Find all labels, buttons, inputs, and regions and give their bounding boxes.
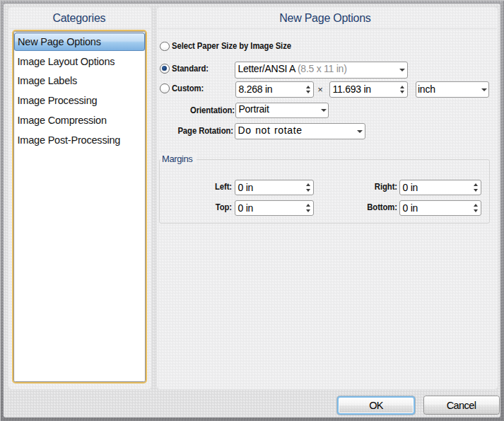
margins-group-label: Margins	[160, 154, 197, 164]
chevron-down-icon	[481, 88, 487, 91]
options-panel: New Page Options Select Paper Size by Im…	[156, 6, 498, 390]
custom-width-spinner[interactable]: 8.268 in	[235, 81, 314, 98]
page-rotation-value: Do not rotate	[238, 125, 303, 136]
categories-header: Categories	[8, 12, 150, 25]
spinner-arrows-icon[interactable]	[474, 204, 479, 212]
margin-bottom-value: 0 in	[403, 202, 418, 214]
categories-listbox: New Page Options Image Layout Options Im…	[12, 30, 147, 383]
dialog-window: Categories New Page Options Image Layout…	[0, 0, 504, 421]
radio-label-custom[interactable]: Custom:	[172, 81, 204, 96]
orientation-label: Orientation:	[167, 102, 235, 117]
sidebar-item-image-post-processing[interactable]: Image Post-Processing	[14, 131, 145, 151]
margin-left-spinner[interactable]: 0 in	[235, 180, 314, 195]
standard-size-detail: (8.5 x 11 in)	[298, 63, 347, 74]
margin-right-value: 0 in	[403, 182, 418, 193]
dialog-content: Categories New Page Options Image Layout…	[4, 4, 500, 417]
sidebar-item-new-page-options[interactable]: New Page Options	[14, 33, 145, 51]
margin-top-value: 0 in	[238, 202, 254, 214]
radio-label-standard[interactable]: Standard:	[172, 60, 209, 76]
cancel-button[interactable]: Cancel	[423, 396, 500, 415]
custom-unit-value: inch	[418, 83, 435, 95]
orientation-combobox[interactable]: Portrait	[235, 103, 329, 118]
chevron-down-icon	[321, 109, 327, 112]
categories-panel: Categories New Page Options Image Layout…	[8, 6, 152, 390]
spinner-arrows-icon[interactable]	[306, 86, 311, 93]
ok-button[interactable]: OK	[337, 396, 415, 415]
options-header-separator	[158, 28, 497, 29]
options-header: New Page Options	[157, 12, 493, 25]
margin-top-spinner[interactable]: 0 in	[235, 200, 314, 216]
sidebar-item-image-compression[interactable]: Image Compression	[14, 111, 145, 131]
spinner-arrows-icon[interactable]	[400, 86, 405, 93]
multiply-sign: ×	[317, 81, 324, 98]
standard-size-value: Letter/ANSI A	[238, 63, 298, 74]
sidebar-item-image-labels[interactable]: Image Labels	[14, 71, 145, 91]
spinner-arrows-icon[interactable]	[474, 183, 479, 191]
page-rotation-label: Page Rotation:	[167, 122, 233, 139]
standard-size-combobox[interactable]: Letter/ANSI A (8.5 x 11 in)	[235, 62, 408, 79]
margin-top-label: Top:	[167, 200, 232, 215]
radio-label-select-paper-size[interactable]: Select Paper Size by Image Size	[172, 38, 291, 54]
page-rotation-combobox[interactable]: Do not rotate	[235, 123, 365, 139]
spinner-arrows-icon[interactable]	[306, 183, 311, 191]
sidebar-item-image-processing[interactable]: Image Processing	[14, 91, 145, 111]
sidebar-item-image-layout-options[interactable]: Image Layout Options	[14, 52, 145, 72]
spinner-arrows-icon[interactable]	[306, 204, 311, 212]
radio-select-paper-size-by-image-size[interactable]	[160, 42, 170, 52]
margin-left-value: 0 in	[238, 182, 254, 193]
chevron-down-icon	[357, 130, 363, 133]
margin-left-label: Left:	[167, 179, 232, 195]
categories-header-separator	[9, 28, 151, 29]
margin-bottom-spinner[interactable]: 0 in	[399, 200, 481, 216]
custom-height-value: 11.693 in	[333, 83, 371, 95]
orientation-value: Portrait	[239, 103, 269, 115]
radio-standard[interactable]	[160, 64, 170, 74]
radio-custom[interactable]	[160, 83, 170, 93]
chevron-down-icon	[399, 69, 405, 71]
categories-listbox-inner: New Page Options Image Layout Options Im…	[13, 31, 146, 382]
custom-width-value: 8.268 in	[239, 83, 273, 95]
margin-right-spinner[interactable]: 0 in	[399, 180, 481, 195]
custom-unit-combobox[interactable]: inch	[416, 81, 489, 98]
margin-bottom-label: Bottom:	[332, 200, 397, 215]
custom-height-spinner[interactable]: 11.693 in	[329, 81, 408, 98]
margin-right-label: Right:	[332, 179, 397, 195]
